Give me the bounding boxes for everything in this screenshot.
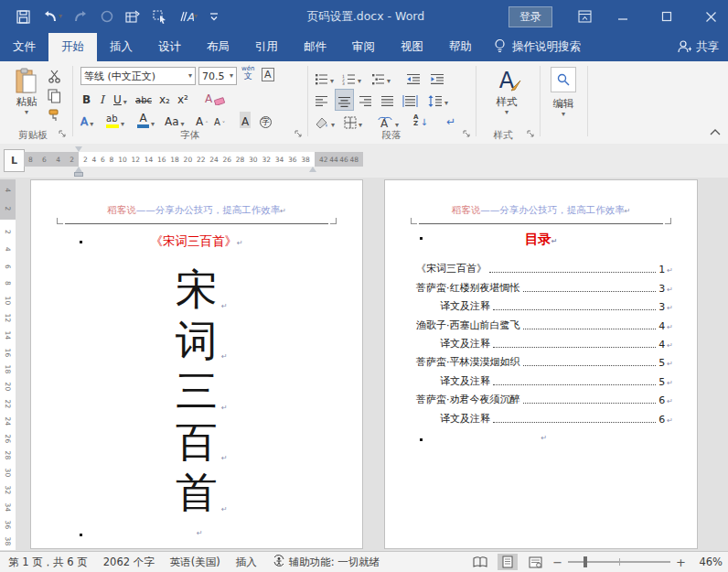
toc-entry[interactable]: 译文及注释6↵: [416, 406, 673, 425]
shading-icon[interactable]: ▾: [315, 113, 335, 129]
toc-entry[interactable]: 译文及注释5↵: [416, 369, 673, 387]
font-color-button[interactable]: A▾: [137, 112, 155, 128]
grow-font-button[interactable]: Aˆ: [196, 112, 209, 128]
tell-me-search[interactable]: 操作说明搜索: [485, 33, 590, 61]
sort-icon[interactable]: AZ ↓: [413, 111, 428, 127]
line-spacing-icon[interactable]: ▾: [428, 91, 448, 107]
undo-button[interactable]: ▾: [42, 10, 62, 23]
insert-mode[interactable]: 插入: [236, 556, 257, 569]
document-area[interactable]: 42 2468101214161820222426283032343638 稻客…: [0, 178, 728, 552]
borders-icon[interactable]: ▾: [344, 113, 362, 129]
zoom-in-button[interactable]: +: [676, 556, 686, 569]
font-size-combo[interactable]: 70.5 ▾: [198, 67, 237, 85]
chevron-down-icon[interactable]: ▾: [331, 122, 335, 129]
text-effects-button[interactable]: A▾: [80, 112, 93, 128]
tab-layout[interactable]: 布局: [194, 33, 242, 61]
accessibility-status[interactable]: 辅助功能: 一切就绪: [273, 555, 380, 569]
page-2[interactable]: 稻客说——分享办公技巧，提高工作效率↵ 目录↵ 《宋词三百首》1↵ 菩萨蛮·红楼…: [384, 179, 698, 549]
tab-design[interactable]: 设计: [145, 33, 194, 61]
toc-entry[interactable]: 菩萨蛮·劝君今夜须沉醉6↵: [416, 388, 673, 406]
styles-button[interactable]: A 样式 ▾: [483, 68, 530, 116]
toc-entry[interactable]: 译文及注释4↵: [416, 332, 673, 351]
toc-entry[interactable]: 渔歌子·西塞山前白鹭飞4↵: [416, 313, 673, 331]
toc-entry[interactable]: 菩萨蛮·平林漠漠烟如织5↵: [416, 351, 673, 369]
toc-entry[interactable]: 菩萨蛮·红楼别夜堪惆怅3↵: [416, 275, 673, 294]
align-right-icon[interactable]: [359, 91, 372, 107]
draw-table-icon[interactable]: [125, 10, 141, 24]
align-left-icon[interactable]: [315, 91, 328, 107]
font-name-combo[interactable]: 等线 (中文正文) ▾: [80, 67, 196, 85]
chevron-down-icon[interactable]: ▾: [194, 13, 198, 20]
justify-icon[interactable]: [380, 91, 394, 107]
clipboard-dialog-launcher[interactable]: [59, 128, 67, 141]
read-mode-button[interactable]: [470, 554, 490, 570]
right-indent-marker[interactable]: [309, 167, 316, 172]
tab-home[interactable]: 开始: [48, 33, 97, 61]
character-shading-button[interactable]: A: [240, 112, 251, 128]
hruler-left-margin[interactable]: 8642: [24, 152, 79, 167]
first-line-indent-marker[interactable]: [75, 146, 82, 152]
customize-qat-icon[interactable]: [209, 12, 219, 21]
select-object-icon[interactable]: [153, 10, 167, 24]
styles-dialog-launcher[interactable]: [527, 128, 535, 141]
underline-button[interactable]: U▾: [113, 90, 127, 106]
paragraph-dialog-launcher[interactable]: [463, 128, 471, 141]
decrease-indent-icon[interactable]: [406, 69, 421, 85]
highlight-color-button[interactable]: ab▾: [106, 112, 124, 128]
tab-references[interactable]: 引用: [242, 33, 291, 61]
shrink-font-button[interactable]: Aˇ: [214, 112, 225, 128]
toc-entry[interactable]: 《宋词三百首》1↵: [416, 257, 673, 275]
zoom-out-button[interactable]: −: [552, 556, 562, 569]
tab-review[interactable]: 审阅: [339, 33, 388, 61]
chevron-down-icon[interactable]: ▾: [90, 121, 93, 128]
bullet-list-icon[interactable]: ▾: [315, 69, 334, 85]
ribbon-display-options-button[interactable]: [569, 0, 600, 33]
clear-formatting-button[interactable]: A: [205, 89, 225, 105]
chevron-down-icon[interactable]: ▾: [121, 121, 124, 128]
hruler-text-area[interactable]: 2468101214161820222426283032343638: [79, 152, 315, 167]
show-marks-icon[interactable]: ↵: [446, 112, 455, 128]
format-text-icon[interactable]: A ▾: [179, 10, 198, 23]
window-close-button[interactable]: [695, 0, 726, 33]
page-indicator[interactable]: 第 1 页，共 6 页: [8, 556, 88, 569]
font-dialog-launcher[interactable]: [294, 128, 303, 141]
chevron-down-icon[interactable]: ▾: [330, 78, 334, 85]
chevron-down-icon[interactable]: ▾: [181, 121, 185, 128]
distribute-text-icon[interactable]: [402, 91, 418, 107]
chevron-down-icon[interactable]: ▾: [444, 100, 448, 107]
language-indicator[interactable]: 英语(美国): [170, 556, 220, 569]
zoom-slider[interactable]: [568, 561, 670, 563]
asian-layout-icon[interactable]: A ▾: [377, 113, 399, 129]
editing-button[interactable]: 编辑 ▾: [545, 67, 582, 118]
phonetic-guide-icon[interactable]: wén 文: [241, 66, 254, 81]
paste-button[interactable]: 粘贴 ▾: [9, 68, 44, 116]
chevron-down-icon[interactable]: ▾: [188, 72, 192, 80]
numbered-list-icon[interactable]: 123 ▾: [342, 69, 361, 85]
align-center-icon[interactable]: [335, 89, 354, 111]
print-layout-button[interactable]: [498, 554, 518, 570]
zoom-percentage[interactable]: 46%: [693, 556, 723, 568]
collapse-ribbon-button[interactable]: [710, 125, 721, 138]
cut-icon[interactable]: [48, 70, 62, 86]
character-border-icon[interactable]: A: [262, 68, 274, 81]
enclose-characters-button[interactable]: 字: [260, 112, 272, 128]
change-case-button[interactable]: Aa▾: [165, 112, 185, 128]
chevron-down-icon[interactable]: ▾: [395, 122, 399, 129]
tab-insert[interactable]: 插入: [97, 33, 145, 61]
login-button[interactable]: 登录: [509, 6, 552, 27]
chevron-down-icon[interactable]: ▾: [387, 78, 391, 85]
left-indent-marker[interactable]: [74, 172, 83, 177]
window-minimize-button[interactable]: [607, 0, 638, 33]
superscript-button[interactable]: x²: [177, 90, 188, 106]
page-1[interactable]: 稻客说——分享办公技巧，提高工作效率↵ 《宋词三百首》↵ 宋↵ 词↵ 三↵ 百↵…: [30, 179, 363, 549]
multilevel-list-icon[interactable]: ▾: [371, 69, 391, 85]
chevron-down-icon[interactable]: ▾: [59, 13, 62, 20]
strikethrough-button[interactable]: abc: [135, 90, 152, 106]
web-layout-button[interactable]: [525, 554, 545, 570]
hruler-right-margin[interactable]: 42444648: [315, 152, 363, 167]
share-button[interactable]: 共享: [677, 33, 719, 61]
chevron-down-icon[interactable]: ▾: [230, 72, 233, 80]
format-painter-icon[interactable]: [48, 108, 62, 125]
tab-mailings[interactable]: 邮件: [291, 33, 339, 61]
toc-entry[interactable]: 译文及注释3↵: [416, 295, 673, 313]
